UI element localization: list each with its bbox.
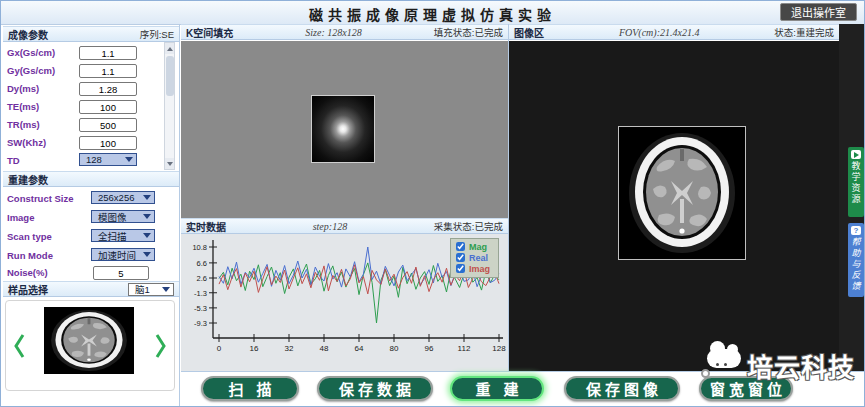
mri-sim-app: 磁共振成像原理虚拟仿真实验 退出操作室 成像参数 序列:SE Gx(Gs/cm)…: [0, 0, 865, 407]
image-type-select[interactable]: 模图像: [91, 210, 155, 223]
kspace-header: K空间填充 Size: 128x128 填充状态:已完成: [181, 24, 508, 40]
noise-label: Noise(%): [7, 265, 48, 280]
reconstructed-brain-image: [619, 127, 745, 259]
x-tick-label: 96: [425, 344, 434, 353]
chevron-down-icon: [125, 157, 133, 162]
chevron-down-icon: [143, 233, 151, 238]
recon-row-image: Image 模图像: [1, 210, 177, 226]
dy-input[interactable]: [79, 82, 137, 96]
prev-sample-button[interactable]: [12, 331, 26, 361]
tab-help-feedback[interactable]: ? 帮助与反馈: [848, 223, 864, 297]
tab-help-feedback-label: 帮助与反馈: [850, 237, 863, 292]
run-mode-label: Run Mode: [7, 248, 53, 263]
sample-select-value: 脑1: [135, 282, 150, 296]
scroll-up-button[interactable]: [165, 43, 174, 54]
tab-teaching-resources[interactable]: 教学资源: [848, 147, 864, 217]
image-area-status: 状态:重建完成: [774, 25, 834, 39]
recon-row-size: Construct Size 256x256: [1, 191, 177, 207]
save-image-button[interactable]: 保存图像: [564, 376, 680, 401]
te-input[interactable]: [79, 100, 137, 114]
triangle-down-icon: [167, 162, 173, 166]
scan-type-label: Scan type: [7, 229, 52, 244]
sw-input[interactable]: [79, 136, 137, 150]
save-image-button-label: 保存图像: [586, 382, 662, 398]
imaging-params-title: 成像参数: [8, 27, 48, 42]
realtime-step: step:128: [313, 221, 347, 232]
scrollbar-thumb[interactable]: [166, 56, 174, 96]
x-tick-label: 112: [458, 344, 471, 353]
tab-teaching-resources-label: 教学资源: [850, 161, 863, 205]
recon-params-title: 重建参数: [8, 172, 48, 187]
scroll-down-button[interactable]: [165, 158, 174, 169]
construct-size-value: 256x256: [98, 192, 134, 203]
title-bar: 磁共振成像原理虚拟仿真实验 退出操作室: [1, 1, 864, 25]
kspace-status: 填充状态:已完成: [434, 25, 503, 39]
gx-input[interactable]: [79, 46, 137, 60]
noise-input[interactable]: [93, 266, 149, 280]
y-tick-label: 6.6: [197, 259, 207, 268]
gy-label: Gy(Gs/cm): [7, 63, 55, 78]
run-mode-value: 加速时间: [98, 248, 136, 262]
gy-input[interactable]: [79, 64, 137, 78]
save-data-button[interactable]: 保存数据: [317, 376, 433, 401]
realtime-panel: 10.86.62.6-1.3-5.3-9.3016324864809611212…: [181, 234, 508, 371]
td-label: TD: [7, 153, 20, 168]
sample-select[interactable]: 脑1: [128, 283, 174, 296]
feedback-icon: ?: [851, 226, 861, 235]
imaging-params-header: 成像参数 序列:SE: [3, 26, 179, 42]
legend-item-mag: Mag: [456, 241, 490, 252]
tr-label: TR(ms): [7, 117, 40, 132]
kspace-size: Size: 128x128: [305, 27, 361, 38]
reconstruct-button[interactable]: 重建: [450, 376, 544, 401]
kspace-image: [311, 95, 375, 163]
x-tick-label: 64: [355, 344, 364, 353]
param-row-td: TD 128: [1, 153, 177, 169]
scan-button-label: 扫描: [228, 382, 284, 398]
sidebar-divider: [179, 24, 180, 406]
legend-item-imag: Imag: [456, 263, 490, 274]
realtime-status: 采集状态:已完成: [434, 219, 503, 233]
legend-checkbox-real[interactable]: [456, 253, 465, 262]
recon-row-noise: Noise(%): [1, 265, 177, 281]
image-viewport: [509, 41, 839, 371]
legend-checkbox-imag[interactable]: [456, 264, 465, 273]
td-select-value: 128: [86, 154, 102, 165]
reconstruct-button-label: 重建: [475, 382, 531, 398]
param-row-gx: Gx(Gs/cm): [1, 45, 177, 61]
construct-size-label: Construct Size: [7, 191, 74, 206]
sequence-label: 序列:SE: [140, 27, 174, 41]
x-tick-label: 0: [217, 344, 222, 353]
scan-button[interactable]: 扫描: [201, 376, 299, 401]
x-tick-label: 128: [492, 344, 506, 353]
legend-checkbox-mag[interactable]: [456, 242, 465, 251]
x-tick-label: 32: [285, 344, 294, 353]
scan-type-value: 全扫描: [98, 229, 127, 243]
imaging-scrollbar[interactable]: [164, 42, 175, 170]
legend-item-real: Real: [456, 252, 490, 263]
window-level-button[interactable]: 窗宽窗位: [699, 376, 793, 401]
next-sample-button[interactable]: [154, 331, 168, 361]
chevron-down-icon: [143, 252, 151, 257]
recon-row-runmode: Run Mode 加速时间: [1, 248, 177, 264]
dy-label: Dy(ms): [7, 81, 39, 96]
param-row-dy: Dy(ms): [1, 81, 177, 97]
sample-select-title: 样品选择: [8, 282, 48, 297]
construct-size-select[interactable]: 256x256: [91, 191, 155, 204]
exit-room-button[interactable]: 退出操作室: [780, 3, 857, 21]
td-select[interactable]: 128: [79, 153, 137, 166]
y-tick-label: -9.3: [194, 319, 207, 328]
run-mode-select[interactable]: 加速时间: [91, 248, 155, 261]
sample-select-header: 样品选择 脑1: [3, 281, 179, 297]
sample-carousel: [5, 300, 175, 391]
chart-legend: Mag Real Imag: [450, 238, 499, 278]
image-area-header: 图像区 FOV(cm):21.4x21.4 状态:重建完成: [509, 24, 839, 40]
scan-type-select[interactable]: 全扫描: [91, 229, 155, 242]
sample-thumbnail: [44, 307, 134, 374]
tr-input[interactable]: [79, 118, 137, 132]
image-area-fov: FOV(cm):21.4x21.4: [619, 27, 700, 38]
chevron-down-icon: [143, 214, 151, 219]
gx-label: Gx(Gs/cm): [7, 45, 55, 60]
kspace-title: K空间填充: [186, 25, 233, 40]
y-tick-label: -5.3: [194, 304, 207, 313]
save-data-button-label: 保存数据: [339, 382, 415, 398]
